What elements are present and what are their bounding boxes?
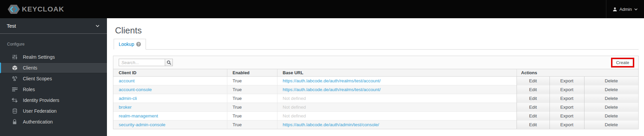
lock-icon [12,119,17,125]
table-row: security-admin-console True https://auth… [113,120,638,129]
enabled-cell: True [227,111,277,120]
list-icon [12,87,17,92]
enabled-cell: True [227,120,277,129]
table-row: account True https://auth.labcode.de/aut… [113,76,638,85]
person-icon [613,7,617,11]
edit-button[interactable]: Edit [517,85,550,94]
delete-button[interactable]: Delete [584,103,638,111]
user-name: Admin [619,7,632,12]
sidebar-item-label: Roles [23,87,35,92]
sidebar-item-label: Realm Settings [23,54,55,60]
base-url-link[interactable]: https://auth.labcode.de/auth/realms/test… [283,78,381,83]
export-button[interactable]: Export [550,85,584,94]
sidebar-item-label: Identity Providers [23,98,59,103]
enabled-cell: True [227,85,277,94]
client-id-link[interactable]: account [119,78,135,83]
export-button[interactable]: Export [550,94,584,103]
tab-lookup[interactable]: Lookup ? [114,39,146,50]
column-header-base-url: Base URL [277,69,517,76]
base-url-link[interactable]: https://auth.labcode.de/auth/admin/test/… [283,122,379,127]
export-button[interactable]: Export [550,103,584,111]
sidebar-nav: Configure Realm Settings [0,34,107,127]
edit-button[interactable]: Edit [517,111,550,120]
sidebar-item-label: Authentication [23,119,53,125]
table-row: realm-management True Not defined Edit E… [113,111,638,120]
base-url-undefined: Not defined [283,105,306,110]
sidebar-item-client-scopes[interactable]: Client Scopes [0,73,107,84]
keycloak-logo: KEYCLOAK [0,5,64,14]
table-row: account-console True https://auth.labcod… [113,85,638,94]
sidebar-item-identity-providers[interactable]: Identity Providers [0,95,107,106]
delete-button[interactable]: Delete [584,111,638,120]
sidebar-item-label: User Federation [23,108,56,114]
table-row: broker True Not defined Edit Export Dele… [113,103,638,111]
column-header-actions: Actions [517,69,638,76]
table-header-row: Client ID Enabled Base URL Actions [113,69,638,76]
edit-button[interactable]: Edit [517,103,550,111]
enabled-cell: True [227,76,277,85]
edit-button[interactable]: Edit [517,94,550,103]
sidebar: Test Configure Realm Settings [0,18,107,136]
client-id-link[interactable]: realm-management [119,113,158,118]
clients-table: Client ID Enabled Base URL Actions accou… [113,69,638,129]
sidebar-item-clients[interactable]: Clients [0,62,107,73]
keycloak-hexagon-icon [8,5,20,14]
column-header-client-id: Client ID [113,69,227,76]
user-menu[interactable]: Admin [606,0,644,18]
cubes-icon [12,76,17,82]
table-row: admin-cli True Not defined Edit Export D… [113,94,638,103]
export-button[interactable]: Export [550,111,584,120]
sidebar-item-user-federation[interactable]: User Federation [0,106,107,116]
main-content: Clients Lookup ? Create [107,18,644,136]
edit-button[interactable]: Edit [517,120,550,129]
realm-name: Test [7,23,16,29]
clients-table-panel: Create Client ID Enabled Base URL Action… [113,56,639,129]
base-url-link[interactable]: https://auth.labcode.de/auth/realms/test… [283,87,381,92]
enabled-cell: True [227,94,277,103]
sliders-icon [12,54,17,60]
page-title: Clients [115,25,644,36]
cube-icon [12,65,17,71]
database-icon [12,108,17,114]
search-input[interactable] [119,59,165,66]
realm-selector[interactable]: Test [0,18,107,34]
chevron-down-icon [634,8,638,10]
search-button[interactable] [165,59,173,66]
base-url-undefined: Not defined [283,96,306,101]
client-id-link[interactable]: security-admin-console [119,122,165,127]
sidebar-item-realm-settings[interactable]: Realm Settings [0,52,107,62]
exchange-icon [12,98,17,103]
delete-button[interactable]: Delete [584,85,638,94]
create-button[interactable]: Create [612,59,633,66]
magnifier-icon [167,60,171,65]
sidebar-item-authentication[interactable]: Authentication [0,116,107,127]
client-id-link[interactable]: broker [119,105,131,110]
sidebar-item-roles[interactable]: Roles [0,84,107,95]
delete-button[interactable]: Delete [584,120,638,129]
delete-button[interactable]: Delete [584,94,638,103]
tab-label: Lookup [119,42,134,47]
client-id-link[interactable]: account-console [119,87,152,92]
create-button-highlight: Create [611,58,634,67]
chevron-down-icon [96,25,100,27]
sidebar-item-label: Client Scopes [23,76,52,81]
table-toolbar: Create [113,56,638,69]
enabled-cell: True [227,103,277,111]
question-circle-icon[interactable]: ? [136,42,141,47]
export-button[interactable]: Export [550,120,584,129]
masthead: KEYCLOAK Admin [0,0,644,18]
export-button[interactable]: Export [550,76,584,85]
search-group [119,59,173,66]
column-header-enabled: Enabled [227,69,277,76]
edit-button[interactable]: Edit [517,76,550,85]
logo-text: KEYCLOAK [22,5,64,13]
client-id-link[interactable]: admin-cli [119,96,137,101]
sidebar-item-label: Clients [23,65,37,71]
tab-bar: Lookup ? [114,39,639,50]
base-url-undefined: Not defined [283,113,306,118]
nav-section-label: Configure [0,42,107,47]
delete-button[interactable]: Delete [584,76,638,85]
